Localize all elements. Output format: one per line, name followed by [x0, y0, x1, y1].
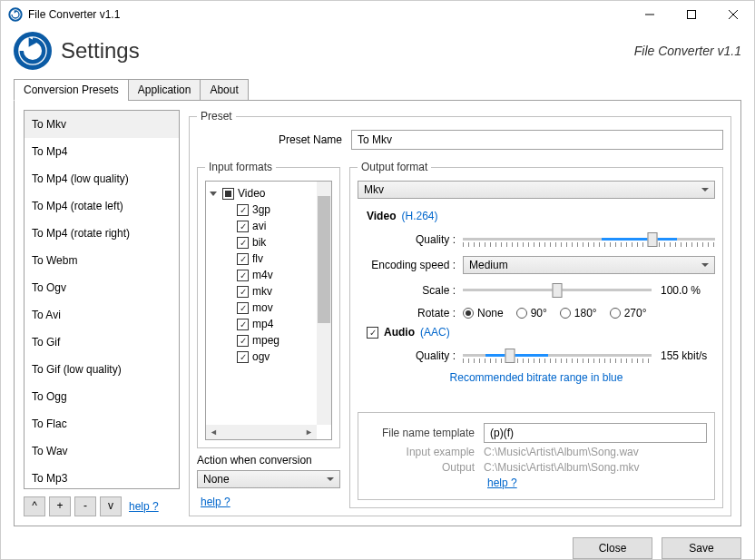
- checkbox[interactable]: [237, 335, 249, 347]
- remove-preset-button[interactable]: -: [74, 496, 96, 516]
- tree-item[interactable]: 3gp: [210, 201, 313, 218]
- brand-label: File Converter v1.1: [634, 44, 741, 58]
- audio-quality-value: 155 kbit/s: [661, 349, 715, 362]
- action-label: Action when conversion: [197, 454, 340, 467]
- fnt-label: File name template: [366, 427, 475, 439]
- audio-enable-checkbox[interactable]: [367, 327, 378, 339]
- tab-about[interactable]: About: [200, 79, 248, 101]
- tree-item[interactable]: bik: [210, 234, 313, 251]
- input-help-link[interactable]: help ?: [201, 496, 340, 508]
- preset-item[interactable]: To Gif (low quality): [25, 356, 179, 383]
- preset-name-label: Preset Name: [197, 133, 342, 146]
- checkbox[interactable]: [237, 319, 249, 330]
- page-title: Settings: [61, 38, 634, 64]
- video-codec-label: (H.264): [401, 210, 437, 222]
- audio-quality-slider[interactable]: [463, 345, 652, 367]
- preset-item[interactable]: To Avi: [25, 301, 179, 329]
- preset-help-link[interactable]: help ?: [129, 500, 159, 513]
- close-button[interactable]: [712, 1, 754, 28]
- move-up-button[interactable]: ^: [24, 496, 45, 516]
- scale-label: Scale :: [367, 284, 456, 297]
- input-example-label: Input example: [366, 446, 475, 458]
- preset-item[interactable]: To Webm: [25, 247, 179, 274]
- scale-value: 100.0 %: [661, 284, 715, 297]
- preset-item[interactable]: To Gif: [25, 329, 179, 356]
- app-logo-icon: [14, 32, 52, 70]
- video-quality-slider[interactable]: [463, 229, 715, 251]
- preset-item[interactable]: To Ogg: [25, 383, 179, 410]
- tab-panel: To Mkv To Mp4 To Mp4 (low quality) To Mp…: [14, 100, 741, 526]
- add-preset-button[interactable]: +: [49, 496, 71, 516]
- checkbox[interactable]: [237, 221, 249, 232]
- preset-item[interactable]: To Flac: [25, 410, 179, 437]
- fnt-input[interactable]: [484, 423, 707, 443]
- preset-item[interactable]: To Mp4 (rotate right): [25, 220, 179, 247]
- tab-conversion-presets[interactable]: Conversion Presets: [14, 79, 129, 101]
- tree-item[interactable]: m4v: [210, 267, 313, 283]
- fnt-help-link[interactable]: help ?: [487, 476, 517, 489]
- preset-list[interactable]: To Mkv To Mp4 To Mp4 (low quality) To Mp…: [24, 110, 180, 489]
- output-format-legend: Output format: [358, 161, 431, 173]
- header: Settings File Converter v1.1: [1, 28, 754, 79]
- rotate-option-90[interactable]: 90°: [516, 307, 547, 319]
- tree-item[interactable]: mkv: [210, 283, 313, 300]
- preset-item[interactable]: To Mp4 (rotate left): [25, 192, 179, 220]
- expand-icon[interactable]: [210, 192, 217, 196]
- preset-item[interactable]: To Mp3: [25, 465, 179, 489]
- audio-quality-label: Quality :: [367, 349, 456, 362]
- rotate-option-270[interactable]: 270°: [610, 307, 647, 319]
- tree-item[interactable]: flv: [210, 251, 313, 267]
- checkbox[interactable]: [237, 302, 249, 314]
- save-button[interactable]: Save: [662, 537, 741, 559]
- move-down-button[interactable]: v: [100, 496, 122, 516]
- checkbox[interactable]: [237, 253, 249, 265]
- scrollbar-horizontal[interactable]: ◄►: [206, 425, 317, 439]
- preset-item[interactable]: To Wav: [25, 437, 179, 465]
- minimize-button[interactable]: [629, 1, 671, 28]
- checkbox[interactable]: [237, 351, 249, 363]
- action-dropdown[interactable]: None: [197, 470, 340, 488]
- video-quality-label: Quality :: [367, 233, 456, 246]
- preset-sidebar: To Mkv To Mp4 To Mp4 (low quality) To Mp…: [24, 110, 180, 516]
- bitrate-recommendation: Recommended bitrate range in blue: [358, 371, 715, 384]
- tree-item[interactable]: avi: [210, 218, 313, 234]
- preset-item[interactable]: To Mkv: [25, 111, 179, 138]
- tree-item[interactable]: ogv: [210, 349, 313, 365]
- scale-slider[interactable]: [463, 280, 652, 301]
- tree-item[interactable]: mpeg: [210, 332, 313, 349]
- checkbox[interactable]: [237, 237, 249, 249]
- output-example-value: C:\Music\Artist\Album\Song.mkv: [484, 461, 639, 474]
- preset-fieldset: Preset Preset Name Input formats Video 3…: [189, 110, 731, 516]
- rotate-label: Rotate :: [367, 307, 456, 319]
- preset-name-input[interactable]: [351, 130, 723, 150]
- tab-bar: Conversion Presets Application About: [1, 79, 754, 101]
- filename-template-box: File name template Input example C:\Musi…: [358, 412, 715, 500]
- checkbox[interactable]: [237, 286, 249, 298]
- tree-item[interactable]: mov: [210, 300, 313, 316]
- input-formats-tree[interactable]: Video 3gp avi bik flv m4v mkv mov mp4 mp…: [205, 181, 332, 440]
- checkbox[interactable]: [237, 204, 249, 216]
- preset-item[interactable]: To Mp4 (low quality): [25, 165, 179, 192]
- rotate-option-180[interactable]: 180°: [560, 307, 597, 319]
- tab-application[interactable]: Application: [128, 79, 201, 101]
- video-section-header: Video (H.264): [367, 210, 715, 222]
- preset-item[interactable]: To Mp4: [25, 138, 179, 165]
- output-format-dropdown[interactable]: Mkv: [358, 181, 715, 199]
- input-formats-legend: Input formats: [205, 161, 276, 173]
- titlebar: File Converter v1.1: [1, 1, 754, 28]
- tree-root[interactable]: Video: [210, 185, 313, 201]
- tree-item[interactable]: mp4: [210, 316, 313, 332]
- input-example-value: C:\Music\Artist\Album\Song.wav: [484, 446, 639, 458]
- checkbox[interactable]: [237, 270, 249, 281]
- maximize-button[interactable]: [671, 1, 712, 28]
- encoding-speed-label: Encoding speed :: [367, 259, 456, 271]
- checkbox[interactable]: [222, 188, 234, 200]
- audio-codec-label: (AAC): [420, 326, 450, 339]
- footer: Close Save: [1, 526, 754, 560]
- encoding-speed-dropdown[interactable]: Medium: [463, 256, 715, 274]
- rotate-option-none[interactable]: None: [463, 307, 504, 319]
- close-dialog-button[interactable]: Close: [573, 537, 652, 559]
- scrollbar-vertical[interactable]: [317, 182, 331, 425]
- preset-item[interactable]: To Ogv: [25, 274, 179, 301]
- svg-rect-2: [688, 11, 696, 19]
